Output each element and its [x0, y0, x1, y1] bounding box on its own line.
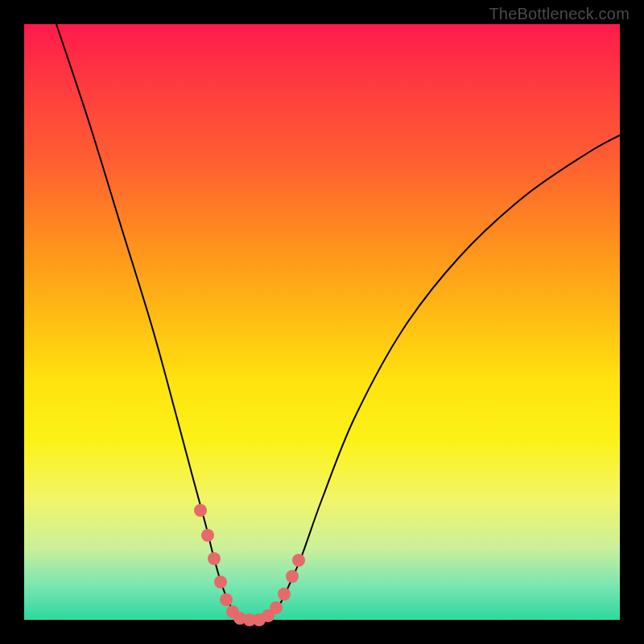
- chart-svg: [24, 24, 620, 620]
- highlight-dot: [194, 504, 207, 517]
- highlight-dot: [292, 554, 305, 567]
- watermark: TheBottleneck.com: [489, 5, 630, 23]
- highlight-dot: [214, 576, 227, 588]
- chart-frame: TheBottleneck.com: [0, 0, 644, 644]
- highlight-dot: [278, 588, 291, 601]
- highlight-dot: [270, 601, 283, 614]
- plot-area: [24, 24, 620, 620]
- highlight-dot: [220, 593, 233, 606]
- bottleneck-curve: [56, 24, 620, 620]
- highlight-dot: [208, 552, 221, 565]
- highlight-dot: [286, 570, 299, 583]
- highlight-dot: [201, 529, 214, 542]
- highlight-dots: [194, 504, 305, 626]
